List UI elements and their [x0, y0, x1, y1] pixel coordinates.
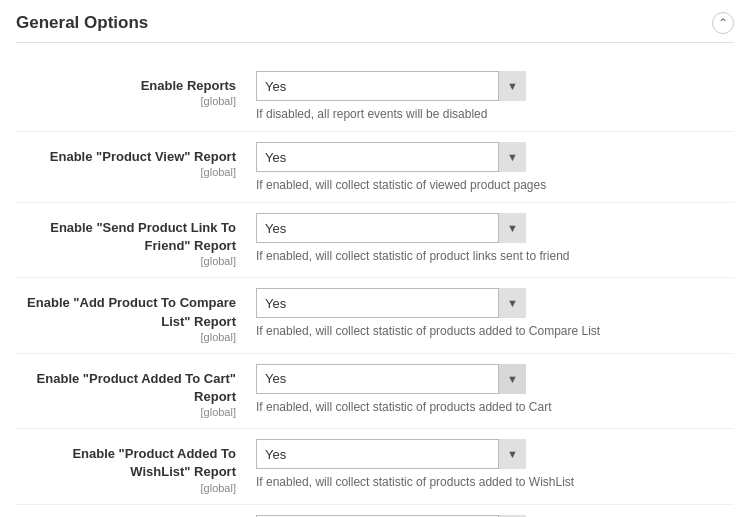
option-scope-enable-add-compare-report: [global]	[16, 331, 236, 343]
select-wrapper-enable-product-added-wishlist-report: YesNo▼	[256, 439, 526, 469]
option-scope-enable-product-view-report: [global]	[16, 166, 236, 178]
select-wrapper-enable-add-compare-report: YesNo▼	[256, 288, 526, 318]
select-wrapper-enable-send-product-link-report: YesNo▼	[256, 213, 526, 243]
collapse-button[interactable]: ⌃	[712, 12, 734, 34]
option-label-col-enable-product-added-wishlist-report: Enable "Product Added To WishList" Repor…	[16, 439, 256, 493]
option-hint-enable-reports: If disabled, all report events will be d…	[256, 107, 734, 121]
option-control-col-enable-product-view-report: YesNo▼If enabled, will collect statistic…	[256, 142, 734, 192]
option-label-col-enable-send-product-link-report: Enable "Send Product Link To Friend" Rep…	[16, 213, 256, 267]
option-scope-enable-product-added-wishlist-report: [global]	[16, 482, 236, 494]
option-scope-enable-reports: [global]	[16, 95, 236, 107]
select-enable-add-compare-report[interactable]: YesNo	[256, 288, 526, 318]
select-wrapper-enable-product-added-cart-report: YesNo▼	[256, 364, 526, 394]
option-control-col-enable-product-added-wishlist-report: YesNo▼If enabled, will collect statistic…	[256, 439, 734, 489]
option-scope-enable-product-added-cart-report: [global]	[16, 406, 236, 418]
options-list: Enable Reports[global]YesNo▼If disabled,…	[16, 61, 734, 517]
option-row-enable-share-wishlist-report: Enable "Share WishList" Report[global]Ye…	[16, 505, 734, 518]
option-row-enable-product-view-report: Enable "Product View" Report[global]YesN…	[16, 132, 734, 203]
option-label-enable-send-product-link-report: Enable "Send Product Link To Friend" Rep…	[16, 219, 236, 255]
option-hint-enable-send-product-link-report: If enabled, will collect statistic of pr…	[256, 249, 734, 263]
option-label-col-enable-product-view-report: Enable "Product View" Report[global]	[16, 142, 256, 178]
option-label-enable-product-view-report: Enable "Product View" Report	[16, 148, 236, 166]
option-label-col-enable-reports: Enable Reports[global]	[16, 71, 256, 107]
option-control-col-enable-send-product-link-report: YesNo▼If enabled, will collect statistic…	[256, 213, 734, 263]
option-row-enable-reports: Enable Reports[global]YesNo▼If disabled,…	[16, 61, 734, 132]
select-enable-send-product-link-report[interactable]: YesNo	[256, 213, 526, 243]
option-control-col-enable-product-added-cart-report: YesNo▼If enabled, will collect statistic…	[256, 364, 734, 414]
option-hint-enable-product-added-cart-report: If enabled, will collect statistic of pr…	[256, 400, 734, 414]
option-control-col-enable-reports: YesNo▼If disabled, all report events wil…	[256, 71, 734, 121]
option-label-col-enable-add-compare-report: Enable "Add Product To Compare List" Rep…	[16, 288, 256, 342]
option-label-enable-reports: Enable Reports	[16, 77, 236, 95]
page-header: General Options ⌃	[16, 12, 734, 43]
option-label-enable-add-compare-report: Enable "Add Product To Compare List" Rep…	[16, 294, 236, 330]
select-wrapper-enable-product-view-report: YesNo▼	[256, 142, 526, 172]
select-enable-product-view-report[interactable]: YesNo	[256, 142, 526, 172]
option-control-col-enable-add-compare-report: YesNo▼If enabled, will collect statistic…	[256, 288, 734, 338]
select-enable-reports[interactable]: YesNo	[256, 71, 526, 101]
page-title: General Options	[16, 13, 148, 33]
option-row-enable-product-added-wishlist-report: Enable "Product Added To WishList" Repor…	[16, 429, 734, 504]
option-label-enable-product-added-wishlist-report: Enable "Product Added To WishList" Repor…	[16, 445, 236, 481]
option-row-enable-send-product-link-report: Enable "Send Product Link To Friend" Rep…	[16, 203, 734, 278]
option-row-enable-add-compare-report: Enable "Add Product To Compare List" Rep…	[16, 278, 734, 353]
option-label-col-enable-product-added-cart-report: Enable "Product Added To Cart" Report[gl…	[16, 364, 256, 418]
option-row-enable-product-added-cart-report: Enable "Product Added To Cart" Report[gl…	[16, 354, 734, 429]
option-label-enable-product-added-cart-report: Enable "Product Added To Cart" Report	[16, 370, 236, 406]
select-enable-product-added-cart-report[interactable]: YesNo	[256, 364, 526, 394]
page-container: General Options ⌃ Enable Reports[global]…	[0, 0, 750, 517]
option-hint-enable-add-compare-report: If enabled, will collect statistic of pr…	[256, 324, 734, 338]
select-enable-product-added-wishlist-report[interactable]: YesNo	[256, 439, 526, 469]
option-hint-enable-product-added-wishlist-report: If enabled, will collect statistic of pr…	[256, 475, 734, 489]
select-wrapper-enable-reports: YesNo▼	[256, 71, 526, 101]
option-hint-enable-product-view-report: If enabled, will collect statistic of vi…	[256, 178, 734, 192]
option-scope-enable-send-product-link-report: [global]	[16, 255, 236, 267]
